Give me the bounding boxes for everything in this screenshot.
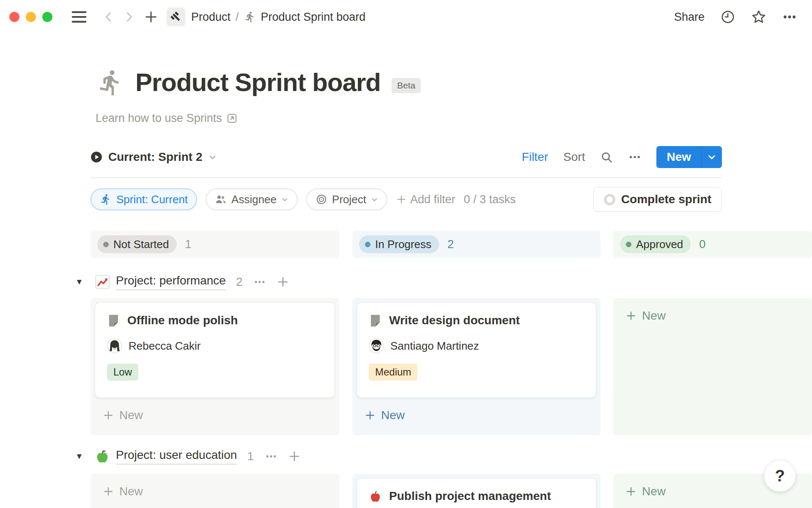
page-header: Product Sprint board Beta	[96, 68, 421, 97]
breadcrumb: Product / Product Sprint board	[191, 11, 365, 24]
status-dot-blue	[365, 242, 370, 247]
current-view-name: Current: Sprint 2	[108, 150, 202, 164]
group-count: 1	[247, 450, 254, 463]
group-count: 2	[236, 275, 243, 289]
status-label: Approved	[636, 238, 683, 251]
help-button[interactable]: ?	[764, 460, 796, 492]
plus-icon	[625, 310, 637, 322]
filter-bar: Sprint: Current Assignee Project Add fil…	[91, 187, 722, 212]
viewbar-divider	[91, 177, 722, 178]
chevron-down-icon	[281, 196, 288, 203]
plus-icon	[364, 409, 376, 421]
progress-ring-icon	[604, 194, 615, 205]
column-header-not-started: Not Started 1	[91, 231, 339, 258]
sprint-play-icon	[91, 151, 102, 163]
new-card-button[interactable]: New	[352, 402, 601, 428]
group-options-icon[interactable]	[265, 450, 277, 463]
learn-sprints-link[interactable]: Learn how to use Sprints	[96, 112, 238, 125]
sprint-task-progress: 0 / 3 tasks	[464, 193, 516, 206]
status-pill-approved[interactable]: Approved	[620, 235, 691, 253]
more-options-icon[interactable]	[782, 10, 797, 24]
back-icon[interactable]	[102, 11, 115, 23]
plus-icon	[396, 194, 407, 205]
status-pill-not-started[interactable]: Not Started	[97, 235, 177, 253]
share-button[interactable]: Share	[674, 11, 705, 24]
search-icon[interactable]	[600, 151, 613, 164]
group-add-icon[interactable]	[276, 275, 290, 289]
complete-sprint-button[interactable]: Complete sprint	[593, 187, 722, 212]
updates-clock-icon[interactable]	[721, 10, 735, 24]
new-card-button[interactable]: New	[91, 402, 339, 428]
forward-icon[interactable]	[123, 11, 135, 23]
hammer-icon	[170, 11, 182, 23]
group-add-icon[interactable]	[288, 450, 301, 463]
group-header-user-education: ▼ Project: user education 1	[75, 446, 301, 467]
group-header-performance: ▼ Project: performance 2	[75, 272, 290, 292]
chevron-down-icon	[208, 153, 217, 162]
assignee-filter-chip[interactable]: Assignee	[206, 188, 298, 210]
add-filter-button[interactable]: Add filter	[396, 193, 455, 206]
avatar-santiago-martinez	[369, 338, 384, 353]
cell-performance-not-started: Offline mode polish Rebecca Cakir Low Ne…	[91, 298, 339, 435]
external-link-icon	[226, 113, 238, 124]
add-filter-label: Add filter	[410, 193, 455, 206]
breadcrumb-current[interactable]: Product Sprint board	[261, 11, 366, 24]
new-card-label: New	[642, 309, 666, 323]
assignee-name: Rebecca Cakir	[129, 340, 201, 353]
group-label[interactable]: Project: performance	[116, 274, 226, 290]
task-card-offline-mode-polish[interactable]: Offline mode polish Rebecca Cakir Low	[95, 303, 335, 398]
page-title: Product Sprint board	[135, 68, 381, 97]
priority-tag: Low	[107, 364, 138, 381]
sprint-chip-label: Sprint: Current	[116, 193, 188, 206]
favorite-star-icon[interactable]	[751, 9, 766, 25]
sort-button[interactable]: Sort	[563, 150, 585, 164]
people-icon	[215, 193, 227, 205]
breadcrumb-parent[interactable]: Product	[191, 11, 230, 24]
filter-button[interactable]: Filter	[522, 150, 548, 164]
learn-sprints-label: Learn how to use Sprints	[96, 112, 222, 125]
status-label: In Progress	[375, 238, 431, 251]
minimize-window-button[interactable]	[26, 12, 36, 22]
task-card-publish-project-management[interactable]: Publish project management	[357, 478, 596, 508]
group-label[interactable]: Project: user education	[116, 448, 237, 465]
status-dot-gray	[103, 242, 109, 247]
cell-performance-approved: New	[613, 298, 812, 435]
chart-increasing-icon	[95, 274, 110, 290]
sprint-filter-chip[interactable]: Sprint: Current	[91, 188, 197, 210]
traffic-lights	[9, 12, 52, 22]
new-button-dropdown[interactable]	[702, 146, 722, 168]
view-more-options-icon[interactable]	[628, 151, 641, 163]
page-icon	[107, 314, 120, 327]
beta-badge: Beta	[392, 78, 421, 93]
new-task-button-label[interactable]: New	[656, 146, 701, 168]
sidebar-toggle-icon[interactable]	[71, 11, 87, 23]
collapse-triangle-icon[interactable]: ▼	[75, 277, 86, 287]
new-card-label: New	[119, 409, 143, 422]
red-apple-icon	[369, 490, 382, 503]
group-options-icon[interactable]	[253, 276, 266, 288]
priority-tag: Medium	[369, 364, 417, 381]
new-card-label: New	[381, 409, 405, 422]
card-title: Offline mode polish	[127, 314, 238, 327]
close-window-button[interactable]	[9, 12, 19, 22]
new-card-button[interactable]: New	[613, 303, 812, 329]
chevron-down-icon	[371, 196, 378, 203]
view-bar: Current: Sprint 2 Filter Sort New	[91, 145, 722, 169]
status-pill-in-progress[interactable]: In Progress	[359, 235, 439, 253]
plus-icon	[625, 486, 637, 497]
new-card-label: New	[642, 485, 666, 498]
page-runner-icon[interactable]	[96, 69, 124, 97]
zoom-window-button[interactable]	[42, 12, 52, 22]
new-page-icon[interactable]	[144, 10, 158, 24]
view-selector[interactable]: Current: Sprint 2	[91, 150, 217, 164]
new-task-button[interactable]: New	[656, 146, 722, 168]
cell-user-education-in-progress: Publish project management	[352, 474, 601, 508]
collapse-triangle-icon[interactable]: ▼	[75, 452, 86, 461]
project-filter-chip[interactable]: Project	[306, 188, 387, 210]
runner-icon	[244, 11, 256, 23]
chevron-down-icon	[707, 152, 716, 162]
new-card-button[interactable]: New	[91, 478, 339, 505]
card-title: Publish project management	[389, 489, 551, 503]
breadcrumb-parent-page-icon-box[interactable]	[167, 8, 185, 26]
task-card-write-design-document[interactable]: Write design document Santiago Martinez …	[357, 303, 596, 398]
